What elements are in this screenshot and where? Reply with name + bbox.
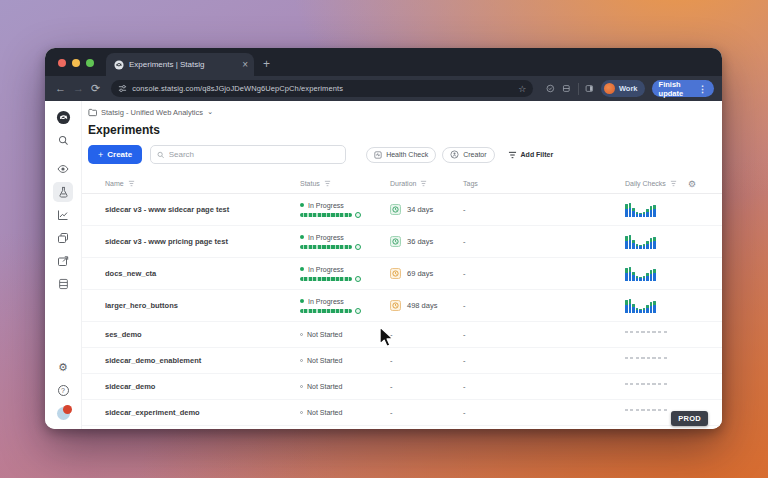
finish-update-button[interactable]: Finish update ⋮ <box>652 80 714 97</box>
experiments-flask-icon[interactable] <box>53 182 73 202</box>
duration-health-icon <box>390 204 401 215</box>
health-check-label: Health Check <box>386 151 428 158</box>
daily-checks-sparkline <box>625 298 656 313</box>
table-row[interactable]: sidecar v3 - www sidecar page test In Pr… <box>82 194 722 226</box>
table-row[interactable]: larger_hero_buttons In Progress 498 days… <box>82 290 722 322</box>
status-label: In Progress <box>308 298 344 305</box>
zoom-window-button[interactable] <box>86 59 94 67</box>
table-settings-gear-icon[interactable]: ⚙ <box>688 179 696 189</box>
daily-checks-empty-dots <box>625 331 667 333</box>
forward-icon[interactable]: → <box>73 83 84 94</box>
creator-person-icon <box>450 150 459 159</box>
table-row[interactable]: sidecar v3 - www pricing page test In Pr… <box>82 226 722 258</box>
url-text[interactable]: console.statsig.com/q8sJGjoJDeWNg6UepCpC… <box>132 84 513 93</box>
status-label: Not Started <box>307 383 342 390</box>
status-dot <box>300 203 304 207</box>
profile-label: Work <box>619 84 638 93</box>
browser-profile-chip[interactable]: Work <box>601 80 645 97</box>
duration-cell: 69 days <box>390 268 463 279</box>
status-progress <box>300 244 390 250</box>
bookmark-star-icon[interactable]: ☆ <box>518 84 526 94</box>
dynamic-config-layers-icon[interactable] <box>53 228 73 248</box>
filters: Health Check Creator Add Filter <box>366 147 560 163</box>
chevron-down-icon[interactable]: ⌄ <box>207 107 213 116</box>
back-icon[interactable]: ← <box>55 83 66 94</box>
daily-checks-cell <box>625 383 712 390</box>
experiment-name[interactable]: sidecar_demo_enablement <box>105 356 300 365</box>
minimize-window-button[interactable] <box>72 59 80 67</box>
duration-health-icon <box>390 300 401 311</box>
storage-database-icon[interactable] <box>53 274 73 294</box>
daily-checks-cell <box>625 298 712 313</box>
table-row[interactable]: sidecar_demo_enablement Not Started - - <box>82 348 722 374</box>
column-tags[interactable]: Tags <box>463 180 625 187</box>
side-panel-icon[interactable] <box>585 83 594 94</box>
experiment-name[interactable]: sidecar v3 - www pricing page test <box>105 237 300 246</box>
site-settings-icon[interactable] <box>118 84 127 93</box>
user-avatar[interactable] <box>53 403 73 423</box>
daily-checks-cell <box>625 266 712 281</box>
settings-gear-icon[interactable]: ⚙ <box>53 357 73 377</box>
create-button[interactable]: + Create <box>88 145 142 164</box>
browser-tab[interactable]: Experiments | Statsig × <box>106 53 254 76</box>
duration-value: - <box>390 330 393 339</box>
table-row[interactable]: ses_demo Not Started - - <box>82 322 722 348</box>
creator-filter[interactable]: Creator <box>442 147 494 163</box>
experiment-name[interactable]: sidecar v3 - www sidecar page test <box>105 205 300 214</box>
search-box[interactable] <box>150 145 346 164</box>
experiment-name[interactable]: sidecar_demo <box>105 382 300 391</box>
chrome-actions: Work Finish update ⋮ <box>546 80 714 97</box>
workspace-name[interactable]: Statsig - Unified Web Analytics <box>101 108 203 117</box>
window-controls[interactable] <box>45 59 106 76</box>
help-icon[interactable]: ? <box>53 380 73 400</box>
daily-checks-cell <box>625 234 712 249</box>
statsig-logo[interactable] <box>53 107 73 127</box>
sort-icon[interactable] <box>670 180 677 187</box>
duration-value: 498 days <box>407 301 437 310</box>
address-bar[interactable]: console.statsig.com/q8sJGjoJDeWNg6UepCpC… <box>111 80 533 97</box>
extensions-icon[interactable] <box>562 83 571 94</box>
progress-target-icon <box>355 308 361 314</box>
experiment-name[interactable]: ses_demo <box>105 330 300 339</box>
table-row[interactable]: sidecar_demo Not Started - - <box>82 374 722 400</box>
new-tab-button[interactable]: + <box>263 57 270 71</box>
column-status[interactable]: Status <box>300 180 390 187</box>
experiment-name[interactable]: larger_hero_buttons <box>105 301 300 310</box>
status-progress <box>300 308 390 314</box>
column-name[interactable]: Name <box>105 180 300 187</box>
table-row[interactable]: sidecar_experiment_demo Not Started - - <box>82 400 722 426</box>
add-filter-button[interactable]: Add Filter <box>501 147 561 163</box>
refresh-icon[interactable]: ⟳ <box>91 83 100 94</box>
sort-icon[interactable] <box>128 180 135 187</box>
progress-bar <box>300 277 352 281</box>
feature-gates-eye-icon[interactable] <box>53 159 73 179</box>
duration-value: 36 days <box>407 237 433 246</box>
environment-badge: PROD <box>671 411 708 426</box>
search-input[interactable] <box>169 150 340 159</box>
create-button-label: Create <box>107 150 132 159</box>
browser-tab-strip: Experiments | Statsig × + <box>45 48 722 76</box>
breadcrumb[interactable]: Statsig - Unified Web Analytics ⌄ <box>88 106 722 119</box>
sort-icon[interactable] <box>324 180 331 187</box>
column-daily-checks[interactable]: Daily Checks ⚙ <box>625 179 712 189</box>
browser-menu-icon[interactable]: ⋮ <box>698 84 707 94</box>
duration-value: - <box>390 408 393 417</box>
experiment-name[interactable]: sidecar_experiment_demo <box>105 408 300 417</box>
metrics-chart-icon[interactable] <box>53 205 73 225</box>
close-tab-icon[interactable]: × <box>242 60 248 70</box>
daily-checks-sparkline <box>625 266 656 281</box>
close-window-button[interactable] <box>58 59 66 67</box>
password-check-icon[interactable] <box>546 83 555 94</box>
column-duration[interactable]: Duration <box>390 180 463 187</box>
search-nav-icon[interactable] <box>53 130 73 150</box>
status-dot <box>300 385 303 388</box>
creator-label: Creator <box>463 151 486 158</box>
status-dot <box>300 235 304 239</box>
sort-icon[interactable] <box>420 180 427 187</box>
experiment-name[interactable]: docs_new_cta <box>105 269 300 278</box>
daily-checks-sparkline <box>625 202 656 217</box>
progress-target-icon <box>355 244 361 250</box>
health-check-filter[interactable]: Health Check <box>366 147 436 163</box>
table-row[interactable]: docs_new_cta In Progress 69 days - <box>82 258 722 290</box>
pulse-export-icon[interactable] <box>53 251 73 271</box>
